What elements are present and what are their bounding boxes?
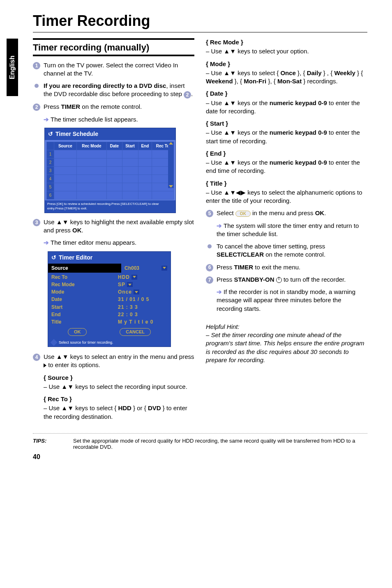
- timer-schedule-table: Source Rec Mode Date Start End Rec To 1 …: [46, 142, 174, 200]
- opt-mode-desc: – Use ▲▼ keys to select { Once }, { Dail…: [206, 69, 367, 86]
- opt-recto-desc: – Use ▲▼ keys to select { HDD } or { DVD…: [44, 404, 194, 421]
- sched-col-date: Date: [107, 142, 122, 150]
- dropdown-icon[interactable]: [127, 282, 133, 287]
- editor-date-value[interactable]: 31 / 01 / 0 5: [118, 296, 167, 303]
- step-2-badge: 2: [33, 103, 40, 111]
- editor-row: End22 : 0 3: [51, 311, 167, 318]
- tips-text: Set the appropriate mode of record quali…: [73, 438, 367, 450]
- opt-start-title: { Start }: [206, 119, 367, 128]
- bullet-cancel-text: To cancel the above timer setting, press…: [217, 242, 367, 259]
- nav-diamond-icon: [51, 339, 58, 346]
- section-heading: Timer recording (manually): [33, 41, 194, 54]
- editor-mode-value[interactable]: Once: [118, 289, 167, 295]
- sched-row-idx: 3: [47, 167, 54, 175]
- step-4-text: Use ▲▼ keys to select an entry in the me…: [44, 353, 194, 370]
- scroll-down-icon[interactable]: [169, 185, 173, 188]
- step-3-badge: 3: [33, 219, 40, 226]
- editor-recmode-value[interactable]: SP: [118, 281, 167, 288]
- step-7-result: ➔If the recorder is not in standby mode,…: [217, 288, 367, 313]
- sched-col-recmode: Rec Mode: [76, 142, 106, 150]
- editor-ok-button[interactable]: OK: [68, 328, 87, 336]
- editor-row: Rec ModeSP: [51, 281, 167, 288]
- dropdown-icon[interactable]: [161, 266, 167, 271]
- opt-title-title: { Title }: [206, 179, 367, 188]
- title-rule: [33, 32, 367, 32]
- opt-title-desc: – Use ▲▼◀▶ keys to select the alphanumer…: [206, 188, 367, 205]
- sched-scrollbar[interactable]: [168, 142, 174, 188]
- step-6-text: Press TIMER to exit the menu.: [217, 263, 367, 271]
- scroll-up-icon[interactable]: [169, 142, 173, 145]
- timer-schedule-panel: ↺ Timer Schedule Source Rec Mode Date St…: [44, 128, 176, 213]
- sched-row-idx: 4: [47, 175, 54, 183]
- opt-recmode-title: { Rec Mode }: [206, 38, 367, 46]
- sched-row-idx: 1: [47, 150, 54, 158]
- play-right-icon: [44, 363, 46, 368]
- step-5-result: ➔The system will store the timer entry a…: [217, 222, 367, 239]
- dropdown-icon[interactable]: [134, 289, 139, 294]
- bullet-icon: [35, 84, 39, 88]
- step-7-badge: 7: [206, 276, 213, 284]
- ok-chip-icon: OK: [235, 211, 251, 217]
- step-5-badge: 5: [206, 210, 213, 217]
- editor-row: Rec ToHDD: [51, 273, 167, 281]
- hint-title: Helpful Hint:: [206, 323, 367, 331]
- opt-date-desc: – Use ▲▼ keys or the numeric keypad 0-9 …: [206, 99, 367, 116]
- editor-source-row: Source Ch003: [48, 264, 171, 273]
- editor-cancel-button[interactable]: CANCEL: [120, 328, 151, 336]
- clock-icon: ↺: [51, 254, 56, 262]
- editor-recto-value[interactable]: HDD: [118, 274, 167, 280]
- section-rule-thick-2: [33, 55, 194, 56]
- step-1-badge: 1: [33, 62, 40, 69]
- step-3-text: Use ▲▼ keys to highlight the next availa…: [44, 218, 194, 235]
- arrow-icon: ➔: [217, 288, 222, 295]
- opt-recto-title: { Rec To }: [44, 395, 194, 403]
- opt-end-desc: – Use ▲▼ keys or the numeric keypad 0-9 …: [206, 158, 367, 175]
- editor-start-value[interactable]: 21 : 3 3: [118, 304, 167, 310]
- language-tab: English: [7, 39, 18, 96]
- sched-col-idx: [47, 142, 54, 150]
- step-3-result: ➔The timer editor menu appears.: [44, 239, 194, 247]
- editor-source-value[interactable]: Ch003: [121, 264, 171, 273]
- timer-editor-header: ↺ Timer Editor: [48, 252, 171, 264]
- editor-source-label: Source: [48, 264, 121, 273]
- editor-row: ModeOnce: [51, 288, 167, 296]
- step-5-text: Select OK in the menu and press OK.: [217, 209, 367, 217]
- step-2-text: Press TIMER on the remote control.: [44, 103, 194, 111]
- arrow-icon: ➔: [44, 239, 49, 246]
- arrow-icon: ➔: [44, 116, 49, 123]
- editor-title-value[interactable]: M y T i t l e 0: [118, 319, 167, 325]
- sched-col-source: Source: [54, 142, 77, 150]
- step-6-badge: 6: [206, 264, 213, 271]
- dropdown-icon[interactable]: [131, 275, 137, 280]
- step-7-text: Press STANDBY-ON to turn off the recorde…: [217, 276, 367, 284]
- editor-row: TitleM y T i t l e 0: [51, 318, 167, 326]
- editor-end-value[interactable]: 22 : 0 3: [118, 311, 167, 318]
- hint-text: – Set the timer recording one minute ahe…: [206, 331, 367, 364]
- opt-mode-title: { Mode }: [206, 60, 367, 68]
- timer-schedule-header: ↺ Timer Schedule: [45, 128, 175, 140]
- tips-label: TIPS:: [33, 438, 66, 450]
- editor-footer: Select source for timer recording.: [48, 338, 171, 347]
- sched-row-idx: 2: [47, 158, 54, 167]
- page-number: 40: [33, 453, 367, 461]
- opt-source-title: { Source }: [44, 374, 194, 382]
- step-2-result: ➔The timer schedule list appears.: [44, 115, 194, 124]
- inline-step-2: 2: [184, 91, 191, 99]
- clock-icon: ↺: [48, 130, 53, 138]
- sched-col-start: Start: [122, 142, 138, 150]
- step-4-badge: 4: [33, 354, 40, 361]
- sched-row-idx: 5: [47, 183, 54, 191]
- step-1-text: Turn on the TV power. Select the correct…: [44, 61, 194, 78]
- section-rule-thick: [33, 38, 194, 40]
- opt-start-desc: – Use ▲▼ keys or the numeric keypad 0-9 …: [206, 129, 367, 145]
- bullet-icon: [208, 244, 212, 248]
- opt-date-title: { Date }: [206, 90, 367, 98]
- sched-footer-text: Press [OK] to review a scheduled recordi…: [45, 200, 175, 213]
- arrow-icon: ➔: [217, 222, 222, 229]
- power-icon: [276, 277, 282, 283]
- opt-end-title: { End }: [206, 149, 367, 158]
- editor-row: Start21 : 3 3: [51, 303, 167, 311]
- sched-row-idx: 6: [47, 191, 54, 200]
- opt-source-desc: – Use ▲▼ keys to select the recording in…: [44, 383, 194, 391]
- timer-editor-panel: ↺ Timer Editor Source Ch003 Rec ToHDD Re…: [48, 251, 171, 347]
